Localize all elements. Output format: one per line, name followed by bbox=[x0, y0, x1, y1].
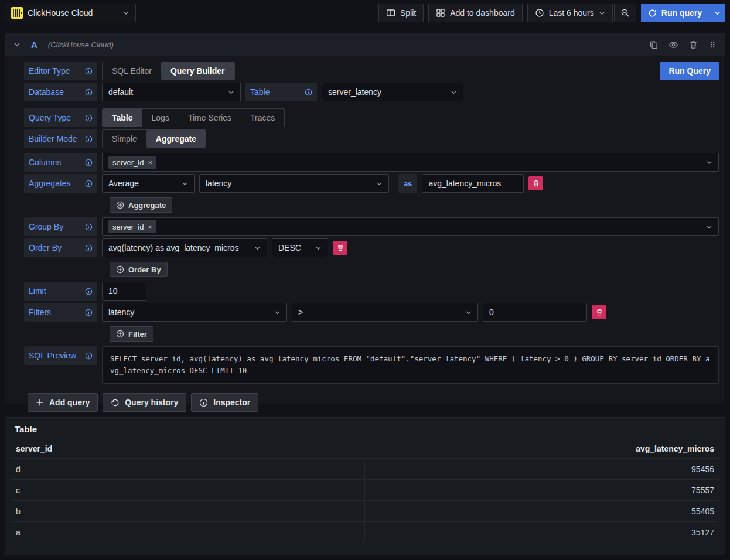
time-range-label: Last 6 hours bbox=[549, 8, 594, 18]
collapse-chevron-icon[interactable] bbox=[13, 41, 21, 48]
add-query-button[interactable]: Add query bbox=[28, 393, 98, 412]
info-icon[interactable] bbox=[85, 223, 93, 231]
run-query-editor-button[interactable]: Run Query bbox=[660, 62, 719, 80]
filter-value-input[interactable] bbox=[483, 303, 587, 322]
panel-title: Table bbox=[5, 418, 725, 439]
chevron-down-icon bbox=[254, 245, 261, 251]
info-icon[interactable] bbox=[85, 288, 93, 295]
column-header-server-id[interactable]: server_id bbox=[11, 444, 365, 453]
sql-preview-label: SQL Preview bbox=[24, 346, 97, 365]
filter-operator-select[interactable]: > bbox=[292, 303, 478, 322]
plus-icon bbox=[36, 398, 44, 407]
split-pane-icon bbox=[386, 8, 395, 18]
info-icon[interactable] bbox=[85, 309, 93, 316]
query-footer: Add query Query history Inspector bbox=[24, 386, 719, 412]
table-select[interactable]: server_latency bbox=[322, 83, 463, 101]
info-icon[interactable] bbox=[305, 88, 312, 96]
info-icon[interactable] bbox=[85, 180, 93, 187]
remove-chip-icon[interactable]: × bbox=[148, 159, 152, 166]
remove-aggregate-button[interactable] bbox=[528, 176, 543, 190]
add-order-by-button[interactable]: Order By bbox=[110, 262, 168, 277]
group-by-chip: server_id × bbox=[108, 220, 156, 233]
remove-order-by-button[interactable] bbox=[333, 241, 347, 255]
remove-filter-button[interactable] bbox=[592, 305, 606, 319]
database-select[interactable]: default bbox=[102, 83, 241, 101]
info-icon[interactable] bbox=[85, 135, 93, 143]
group-by-multiselect[interactable]: server_id × bbox=[102, 217, 719, 236]
editor-type-label: Editor Type bbox=[24, 62, 97, 80]
hide-query-eye-icon[interactable] bbox=[668, 40, 678, 50]
run-query-label: Run query bbox=[661, 8, 702, 18]
column-header-avg-latency-micros[interactable]: avg_latency_micros bbox=[365, 444, 719, 453]
query-type-traces[interactable]: Traces bbox=[241, 109, 284, 127]
table-row[interactable]: c 75557 bbox=[11, 479, 719, 500]
query-type-time-series[interactable]: Time Series bbox=[179, 109, 241, 127]
query-type-label: Query Type bbox=[24, 108, 97, 127]
clock-icon bbox=[535, 8, 544, 18]
database-label: Database bbox=[24, 83, 97, 101]
query-datasource-hint: (ClickHouse Cloud) bbox=[48, 40, 114, 49]
builder-mode-group: Simple Aggregate bbox=[102, 129, 206, 148]
query-type-logs[interactable]: Logs bbox=[142, 109, 179, 127]
query-header: A (ClickHouse Cloud) bbox=[5, 33, 725, 56]
chevron-down-icon bbox=[228, 89, 234, 95]
info-icon[interactable] bbox=[85, 244, 93, 252]
table-row[interactable]: a 35127 bbox=[11, 521, 719, 542]
plus-circle-icon bbox=[116, 330, 124, 338]
explore-toolbar: ClickHouse Cloud Split Add to dashboard … bbox=[0, 0, 730, 28]
add-aggregate-button[interactable]: Aggregate bbox=[110, 197, 172, 213]
order-by-field-select[interactable]: avg(latency) as avg_latency_micros bbox=[102, 238, 267, 257]
chevron-down-icon bbox=[599, 10, 605, 16]
trash-icon bbox=[596, 309, 603, 316]
search-minus-icon bbox=[620, 8, 630, 18]
aggregate-alias-input[interactable] bbox=[422, 174, 524, 193]
editor-type-sql-editor[interactable]: SQL Editor bbox=[103, 62, 161, 80]
aggregate-function-select[interactable]: Average bbox=[102, 174, 195, 193]
table-header-row: server_id avg_latency_micros bbox=[11, 439, 719, 458]
remove-chip-icon[interactable]: × bbox=[148, 223, 152, 231]
aggregate-column-select[interactable]: latency bbox=[199, 174, 389, 193]
filter-column-select[interactable]: latency bbox=[102, 303, 287, 322]
datasource-name: ClickHouse Cloud bbox=[28, 8, 118, 18]
remove-query-trash-icon[interactable] bbox=[689, 40, 698, 49]
builder-mode-aggregate[interactable]: Aggregate bbox=[146, 130, 206, 148]
info-icon[interactable] bbox=[85, 159, 93, 166]
chevron-down-icon bbox=[451, 89, 457, 95]
info-icon[interactable] bbox=[85, 352, 93, 360]
datasource-picker[interactable]: ClickHouse Cloud bbox=[5, 4, 136, 22]
order-by-direction-select[interactable]: DESC bbox=[272, 238, 328, 257]
add-to-dashboard-label: Add to dashboard bbox=[450, 8, 515, 18]
add-to-dashboard-button[interactable]: Add to dashboard bbox=[428, 4, 523, 22]
query-ref-id[interactable]: A bbox=[31, 40, 37, 50]
run-query-split-button[interactable]: Run query bbox=[641, 4, 725, 22]
clickhouse-logo-icon bbox=[11, 7, 23, 19]
chevron-down-icon bbox=[706, 159, 712, 166]
builder-mode-simple[interactable]: Simple bbox=[103, 130, 146, 148]
chevron-down-icon bbox=[274, 309, 281, 316]
drag-handle-icon[interactable] bbox=[708, 40, 717, 49]
columns-multiselect[interactable]: server_id × bbox=[102, 153, 719, 172]
history-icon bbox=[111, 398, 120, 407]
info-icon[interactable] bbox=[85, 114, 93, 122]
run-query-dropdown[interactable] bbox=[709, 4, 725, 22]
query-type-table[interactable]: Table bbox=[103, 109, 142, 127]
limit-input[interactable] bbox=[102, 282, 146, 301]
result-table: server_id avg_latency_micros d 95456 c 7… bbox=[11, 439, 719, 542]
table-row[interactable]: b 55405 bbox=[11, 500, 719, 521]
as-keyword-label: as bbox=[398, 174, 417, 193]
duplicate-query-icon[interactable] bbox=[649, 40, 658, 49]
zoom-out-time-button[interactable] bbox=[614, 4, 636, 22]
info-icon[interactable] bbox=[85, 67, 93, 75]
add-filter-button[interactable]: Filter bbox=[110, 326, 153, 342]
chevron-down-icon bbox=[182, 180, 188, 187]
editor-type-query-builder[interactable]: Query Builder bbox=[161, 62, 234, 80]
inspector-button[interactable]: Inspector bbox=[191, 393, 258, 412]
info-icon[interactable] bbox=[85, 88, 93, 96]
query-history-button[interactable]: Query history bbox=[103, 393, 186, 412]
info-circle-icon bbox=[199, 398, 208, 407]
table-row[interactable]: d 95456 bbox=[11, 458, 719, 479]
time-range-picker[interactable]: Last 6 hours bbox=[527, 4, 613, 22]
plus-circle-icon bbox=[116, 201, 124, 209]
trash-icon bbox=[533, 180, 540, 187]
split-button[interactable]: Split bbox=[378, 4, 424, 22]
